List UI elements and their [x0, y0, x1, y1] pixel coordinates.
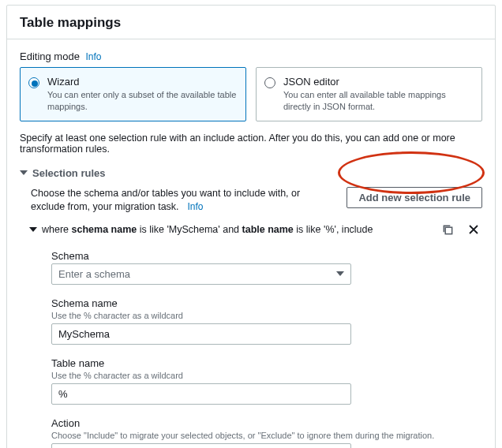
field-schema-name: Schema name Use the % character as a wil… [51, 297, 482, 345]
table-mappings-panel: Table mappings Editing mode Info Wizard … [6, 5, 496, 448]
panel-title: Table mappings [20, 6, 482, 39]
rule-bold: schema name [72, 224, 137, 235]
tile-wizard-title: Wizard [47, 76, 238, 88]
schema-name-label: Schema name [51, 297, 482, 309]
rule-body: Schema Enter a schema Schema name Use th… [51, 250, 482, 448]
rule-text: where [42, 224, 72, 235]
divider [7, 39, 495, 39]
radio-icon [28, 77, 39, 88]
schema-select-value: Enter a schema [58, 268, 130, 280]
tile-json-title: JSON editor [283, 76, 474, 88]
rule-action-icons [442, 224, 479, 236]
action-select[interactable]: Include [51, 443, 351, 448]
field-schema: Schema Enter a schema [51, 250, 482, 285]
svg-rect-0 [445, 227, 451, 233]
editing-mode-label-row: Editing mode Info [20, 50, 482, 62]
duplicate-icon[interactable] [442, 224, 454, 236]
schema-name-hint: Use the % character as a wildcard [51, 311, 482, 320]
rule-summary-text: where schema name is like 'MySchema' and… [42, 224, 373, 235]
caret-down-icon [20, 170, 28, 175]
tile-json-desc: You can enter all available table mappin… [283, 89, 474, 113]
selection-rules-desc: Choose the schema and/or tables you want… [31, 187, 334, 215]
editing-mode-tiles: Wizard You can enter only a subset of th… [20, 67, 482, 121]
radio-icon [264, 77, 275, 88]
close-icon[interactable] [468, 224, 479, 235]
schema-select[interactable]: Enter a schema [51, 263, 351, 285]
schema-name-input[interactable] [51, 323, 351, 345]
table-name-label: Table name [51, 357, 482, 369]
table-name-input[interactable] [51, 383, 351, 405]
editing-mode-label: Editing mode [20, 50, 80, 62]
selection-rules-info-link[interactable]: Info [188, 201, 204, 212]
selection-rules-desc-text: Choose the schema and/or tables you want… [31, 188, 300, 213]
field-table-name: Table name Use the % character as a wild… [51, 357, 482, 405]
caret-down-icon [336, 271, 344, 276]
selection-rules-top: Choose the schema and/or tables you want… [31, 187, 482, 215]
tile-wizard-desc: You can enter only a subset of the avail… [47, 89, 238, 113]
editing-mode-info-link[interactable]: Info [86, 51, 102, 62]
action-hint: Choose "Include" to migrate your selecte… [51, 431, 482, 440]
rule-bold: table name [242, 224, 294, 235]
schema-label: Schema [51, 250, 482, 262]
tile-json-editor[interactable]: JSON editor You can enter all available … [256, 67, 482, 121]
selection-rules-title: Selection rules [32, 167, 105, 179]
tile-wizard[interactable]: Wizard You can enter only a subset of th… [20, 67, 246, 121]
field-action: Action Choose "Include" to migrate your … [51, 417, 482, 448]
selection-rules-header[interactable]: Selection rules [20, 167, 482, 179]
rule-summary-toggle[interactable]: where schema name is like 'MySchema' and… [31, 224, 373, 235]
instruction-text: Specify at least one selection rule with… [20, 133, 482, 155]
rule-text: is like 'MySchema' and [137, 224, 242, 235]
add-new-selection-rule-button[interactable]: Add new selection rule [347, 187, 482, 208]
rule-text: is like '%', include [294, 224, 373, 235]
rule-header: where schema name is like 'MySchema' and… [31, 224, 482, 236]
caret-down-icon [29, 227, 37, 232]
action-label: Action [51, 417, 482, 429]
table-name-hint: Use the % character as a wildcard [51, 371, 482, 380]
